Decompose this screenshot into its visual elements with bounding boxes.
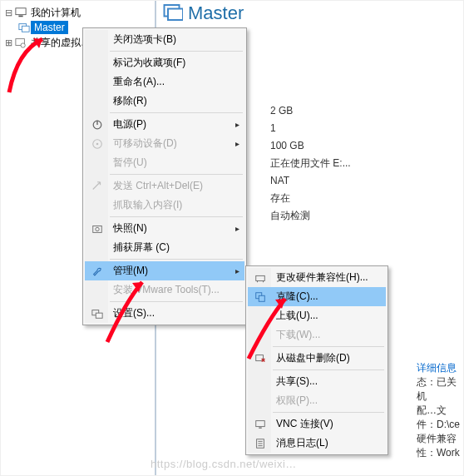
submenu-clone[interactable]: 克隆(C)... (248, 287, 386, 306)
svg-rect-1 (18, 16, 22, 17)
tree-toggle-plus[interactable]: ⊞ (2, 37, 14, 48)
settings-icon (88, 304, 106, 323)
svg-point-13 (96, 227, 99, 231)
menu-remove[interactable]: 移除(R) (85, 92, 244, 111)
tree-root-label: 我的计算机 (27, 5, 84, 21)
log-icon (251, 434, 269, 453)
vm-big-icon (163, 2, 183, 25)
svg-rect-15 (96, 313, 102, 318)
vm-header: Master (163, 1, 463, 26)
svg-rect-3 (22, 26, 29, 32)
info-cd: 正在使用文件 E:... (270, 155, 351, 172)
footer-line2: 配…文件：D:\ce (417, 404, 463, 432)
clone-icon (251, 287, 269, 306)
submenu-share[interactable]: 共享(S)... (248, 372, 386, 391)
vnc-icon (251, 414, 269, 434)
submenu-upload[interactable]: 上载(U)... (248, 306, 386, 325)
footer-info: 详细信息 态：已关机 配…文件：D:\ce 硬件兼容性：Work (417, 361, 463, 460)
svg-rect-16 (256, 275, 265, 280)
svg-point-5 (21, 43, 25, 47)
menu-capture[interactable]: 捕获屏幕 (C) (85, 238, 244, 257)
menu-grab-input: 抓取输入内容(I) (85, 196, 244, 215)
vm-title: Master (188, 2, 244, 24)
info-display: 自动检测 (270, 207, 351, 225)
submenu-download: 下载(W)... (248, 325, 386, 345)
submenu-vnc[interactable]: VNC 连接(V) (248, 414, 386, 434)
menu-install-tools: 安装 VMware Tools(T)... (85, 280, 244, 300)
context-menu-manage: 更改硬件兼容性(H)... 克隆(C)... 上载(U)... 下载(W)...… (245, 265, 388, 455)
tree-root-row[interactable]: ⊟ 我的计算机 (1, 5, 155, 20)
delete-icon (251, 349, 269, 368)
svg-rect-20 (259, 295, 264, 301)
send-icon (88, 176, 106, 196)
computer-icon (14, 6, 27, 19)
menu-snapshot[interactable]: 快照(N) (85, 219, 244, 238)
submenu-change-hw[interactable]: 更改硬件兼容性(H)... (248, 268, 386, 287)
watermark: https://blog.csdn.net/weixi… (151, 458, 297, 470)
vm-icon (17, 21, 31, 34)
menu-close-tab[interactable]: 关闭选项卡(B) (85, 30, 244, 49)
shared-icon (14, 36, 27, 49)
info-mem: 2 GB (270, 102, 351, 120)
submenu-delete-disk[interactable]: 从磁盘中删除(D) (248, 349, 386, 368)
svg-rect-12 (93, 226, 102, 232)
info-cpu: 1 (270, 120, 351, 137)
wrench-icon (88, 261, 106, 280)
svg-rect-7 (168, 8, 183, 20)
footer-line3: 硬件兼容性：Work (417, 432, 463, 460)
tree-vm-label: Master (31, 21, 68, 34)
hw-icon (251, 268, 269, 287)
svg-rect-24 (256, 420, 265, 426)
menu-pause: 暂停(U) (85, 153, 244, 172)
menu-power[interactable]: 电源(P) (85, 115, 244, 134)
submenu-permissions: 权限(P)... (248, 391, 386, 410)
snapshot-icon (88, 219, 106, 238)
svg-rect-0 (16, 8, 26, 15)
power-icon (88, 115, 106, 134)
disc-icon (88, 134, 106, 153)
menu-send-cad: 发送 Ctrl+Alt+Del(E) (85, 176, 244, 196)
details-link[interactable]: 详细信息 (417, 361, 463, 375)
context-menu-main: 关闭选项卡(B) 标记为收藏项(F) 重命名(A)... 移除(R) 电源(P)… (82, 27, 247, 325)
svg-rect-25 (259, 427, 262, 428)
info-usb: 存在 (270, 190, 351, 207)
menu-removable: 可移动设备(D) (85, 134, 244, 153)
footer-line1: 态：已关机 (417, 375, 463, 404)
menu-favorite[interactable]: 标记为收藏项(F) (85, 53, 244, 72)
menu-rename[interactable]: 重命名(A)... (85, 72, 244, 92)
menu-manage[interactable]: 管理(M) (85, 261, 244, 280)
submenu-msglog[interactable]: 消息日志(L) (248, 434, 386, 453)
main-area: Master (156, 1, 463, 26)
svg-point-11 (96, 142, 99, 145)
tree-toggle-minus[interactable]: ⊟ (2, 7, 14, 18)
menu-settings[interactable]: 设置(S)... (85, 304, 244, 323)
info-net: NAT (270, 172, 351, 190)
vm-info-block: 2 GB 1 100 GB 正在使用文件 E:... NAT 存在 自动检测 (270, 102, 351, 225)
info-disk: 100 GB (270, 137, 351, 155)
